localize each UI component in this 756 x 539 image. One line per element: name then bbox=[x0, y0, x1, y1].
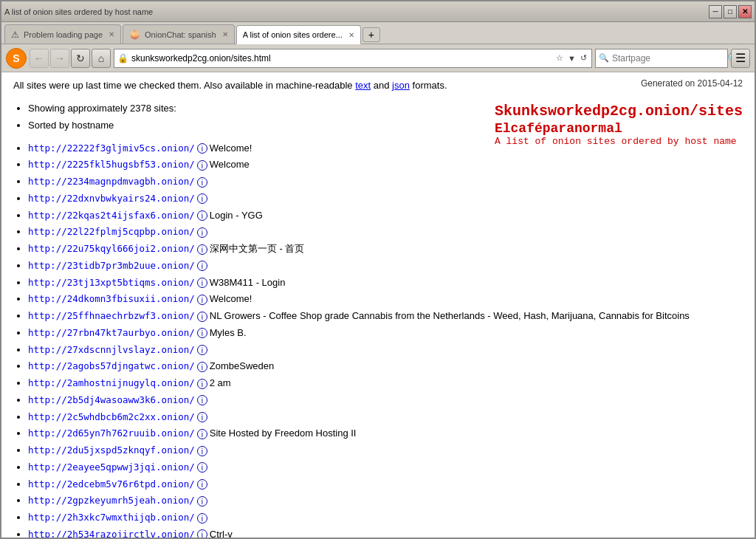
info-icon[interactable]: i bbox=[197, 479, 207, 490]
minimize-button[interactable]: ─ bbox=[709, 5, 722, 18]
site-link[interactable]: http://2agobs57djngatwc.onion/ bbox=[28, 360, 195, 371]
json-format-link[interactable]: json bbox=[392, 80, 410, 91]
site-link[interactable]: http://2eayee5qpwwj3jqi.onion/ bbox=[28, 461, 195, 473]
generated-date: Generated on 2015-04-12 bbox=[641, 78, 743, 89]
site-link[interactable]: http://2h3xkc7wmxthijqb.onion/ bbox=[28, 512, 195, 523]
tab-3-close[interactable]: ✕ bbox=[348, 31, 354, 39]
list-item: http://2h3xkc7wmxthijqb.onion/i bbox=[28, 509, 743, 526]
back-button[interactable]: ← bbox=[30, 49, 49, 68]
address-bar[interactable]: 🔒 ☆ ▼ ↺ bbox=[114, 49, 592, 68]
site-link[interactable]: http://23tidb7pr3mb2uue.onion/ bbox=[28, 260, 195, 271]
info-icon[interactable]: i bbox=[197, 395, 207, 405]
tab-2-icon: 🧅 bbox=[129, 30, 140, 40]
site-link[interactable]: http://2234magnpdmvagbh.onion/ bbox=[28, 176, 195, 187]
info-icon[interactable]: i bbox=[197, 412, 207, 422]
site-desc: Welcome! bbox=[210, 293, 252, 304]
text-format-link[interactable]: text bbox=[355, 80, 371, 91]
tab-1[interactable]: ⚠ Problem loading page ✕ bbox=[4, 24, 121, 44]
list-item: http://2d65yn7h762ruuib.onion/iSite Host… bbox=[28, 425, 743, 442]
nav-buttons: ← → ↻ ⌂ bbox=[30, 49, 111, 68]
search-input[interactable] bbox=[612, 53, 723, 63]
info-icon[interactable]: i bbox=[197, 143, 207, 154]
window-controls: ─ □ ✕ bbox=[709, 5, 752, 18]
refresh-button[interactable]: ↻ bbox=[71, 49, 90, 68]
bookmark-star[interactable]: ☆ bbox=[554, 53, 565, 63]
site-link[interactable]: http://2225fkl5hugsbf53.onion/ bbox=[28, 159, 195, 170]
info-icon[interactable]: i bbox=[197, 312, 207, 322]
info-icon[interactable]: i bbox=[197, 177, 207, 188]
home-button[interactable]: ⌂ bbox=[92, 49, 111, 68]
tab-2-label: OnionChat: spanish bbox=[145, 30, 216, 39]
site-link[interactable]: http://27xdscnnjlvslayz.onion/ bbox=[28, 344, 195, 355]
info-icon[interactable]: i bbox=[197, 462, 207, 473]
tab-2-close[interactable]: ✕ bbox=[222, 30, 228, 38]
info-icon[interactable]: i bbox=[197, 328, 207, 338]
tab-1-close[interactable]: ✕ bbox=[109, 30, 114, 38]
list-item: http://2225fkl5hugsbf53.onion/iWelcome bbox=[28, 157, 743, 174]
site-link[interactable]: http://23tj13xpt5btiqms.onion/ bbox=[28, 277, 195, 288]
list-item: http://22l22fplmj5cqpbp.onion/i bbox=[28, 224, 743, 241]
info-icon[interactable]: i bbox=[197, 529, 207, 538]
site-link[interactable]: http://27rbn47kt7aurbyo.onion/ bbox=[28, 327, 195, 338]
info-icon[interactable]: i bbox=[197, 160, 207, 171]
site-link[interactable]: http://2c5whdbcb6m2c2xx.onion/ bbox=[28, 411, 195, 422]
site-link[interactable]: http://2h534razojirctlv.onion/ bbox=[28, 529, 195, 538]
address-lock-icon: 🔒 bbox=[117, 53, 128, 63]
new-tab-button[interactable]: + bbox=[362, 27, 380, 42]
info-icon[interactable]: i bbox=[197, 513, 207, 523]
site-link[interactable]: http://2gpzkeyumrh5jeah.onion/ bbox=[28, 495, 195, 506]
site-desc: Myles B. bbox=[210, 327, 247, 338]
info-icon[interactable]: i bbox=[197, 446, 207, 456]
info-icon[interactable]: i bbox=[197, 210, 207, 221]
info-icon[interactable]: i bbox=[197, 496, 207, 507]
tab-3-label: A list of onion sites ordere... bbox=[243, 30, 343, 39]
info-icon[interactable]: i bbox=[197, 261, 207, 271]
site-link[interactable]: http://22kqas2t4ijsfax6.onion/ bbox=[28, 210, 195, 221]
site-link[interactable]: http://25ffhnaechrbzwf3.onion/ bbox=[28, 310, 195, 321]
browser-logo: S bbox=[6, 48, 27, 69]
site-link[interactable]: http://24dkomn3fbisuxii.onion/ bbox=[28, 293, 195, 304]
info-icon[interactable]: i bbox=[197, 193, 207, 204]
list-item: http://2c5whdbcb6m2c2xx.onion/i bbox=[28, 409, 743, 426]
tab-3[interactable]: A list of onion sites ordere... ✕ bbox=[236, 25, 361, 44]
search-bar[interactable]: 🔍 🔍 bbox=[595, 49, 728, 68]
info-icon[interactable]: i bbox=[197, 429, 207, 439]
address-actions: ☆ ▼ ↺ bbox=[554, 53, 588, 63]
list-item: http://2eayee5qpwwj3jqi.onion/i bbox=[28, 459, 743, 476]
info-icon[interactable]: i bbox=[197, 362, 207, 372]
list-item: http://2edcebm5v76r6tpd.onion/i bbox=[28, 476, 743, 493]
maximize-button[interactable]: □ bbox=[724, 5, 737, 18]
list-item: http://22dxnvbwkyairs24.onion/i bbox=[28, 190, 743, 207]
site-link[interactable]: http://2d65yn7h762ruuib.onion/ bbox=[28, 428, 195, 439]
forward-button[interactable]: → bbox=[50, 49, 69, 68]
info-icon[interactable]: i bbox=[197, 345, 207, 355]
info-icon[interactable]: i bbox=[197, 278, 207, 288]
info-icon[interactable]: i bbox=[197, 244, 207, 255]
info-icon[interactable]: i bbox=[197, 295, 207, 305]
menu-button[interactable]: ☰ bbox=[731, 49, 750, 68]
info-icon[interactable]: i bbox=[197, 227, 207, 238]
site-link[interactable]: http://22222f3gljmiv5cs.onion/ bbox=[28, 143, 195, 154]
address-input[interactable] bbox=[131, 53, 551, 63]
site-link[interactable]: http://2edcebm5v76r6tpd.onion/ bbox=[28, 478, 195, 490]
site-desc: ZombeSweden bbox=[210, 360, 274, 371]
close-button[interactable]: ✕ bbox=[738, 5, 752, 18]
address-down-arrow[interactable]: ▼ bbox=[566, 54, 577, 63]
site-desc: Welcome bbox=[210, 159, 250, 170]
site-link[interactable]: http://22dxnvbwkyairs24.onion/ bbox=[28, 193, 195, 204]
site-link[interactable]: http://2b5dj4wasoaww3k6.onion/ bbox=[28, 394, 195, 405]
list-item: http://27xdscnnjlvslayz.onion/i bbox=[28, 342, 743, 359]
list-item: http://2amhostnijnugylq.onion/i2 am bbox=[28, 375, 743, 392]
site-link[interactable]: http://22u75kqyl666joi2.onion/ bbox=[28, 243, 195, 254]
site-link[interactable]: http://22l22fplmj5cqpbp.onion/ bbox=[28, 226, 195, 237]
site-title-line2: Elcaféparanormal bbox=[495, 121, 743, 136]
info-icon[interactable]: i bbox=[197, 379, 207, 389]
list-item: http://2gpzkeyumrh5jeah.onion/i bbox=[28, 492, 743, 509]
site-link[interactable]: http://2amhostnijnugylq.onion/ bbox=[28, 377, 195, 388]
site-link[interactable]: http://2du5jxspd5zknqyf.onion/ bbox=[28, 444, 195, 456]
address-refresh[interactable]: ↺ bbox=[579, 53, 588, 63]
page-intro: All sites were up last time we checked t… bbox=[13, 78, 743, 94]
tab-2[interactable]: 🧅 OnionChat: spanish ✕ bbox=[123, 24, 235, 44]
list-item: http://2agobs57djngatwc.onion/iZombeSwed… bbox=[28, 358, 743, 375]
list-item: http://2234magnpdmvagbh.onion/i bbox=[28, 174, 743, 190]
